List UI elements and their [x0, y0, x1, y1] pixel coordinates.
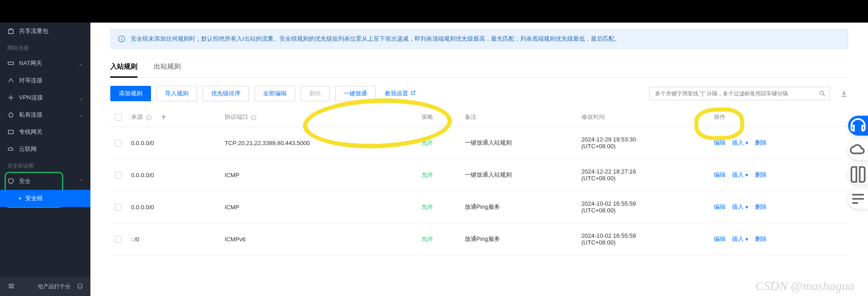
sidebar-item-peering[interactable]: 对等连接	[0, 72, 90, 89]
search-input[interactable]	[653, 87, 819, 100]
sidebar-label: 共享流量包	[19, 27, 48, 35]
caret-down-icon: ▼	[745, 237, 749, 242]
download-icon[interactable]	[840, 89, 848, 98]
table-row: 0.0.0.0/0 ICMP 允许 放通Ping服务 2024-10-02 16…	[110, 191, 848, 223]
sidebar-label: 安全	[19, 177, 31, 185]
cell-remark: 一键放通入站规则	[460, 127, 577, 159]
filter-icon[interactable]	[160, 114, 167, 121]
row-checkbox[interactable]	[115, 236, 122, 243]
svg-point-11	[121, 38, 122, 38]
info-icon[interactable]	[146, 114, 152, 121]
alert-text: 安全组未添加任何规则时，默认拒绝所有入/出站的流量。安全组规则的优先级按列表位置…	[131, 35, 620, 43]
import-rule-button[interactable]: 导入规则	[156, 86, 197, 101]
insert-link[interactable]: 插入▼	[732, 235, 749, 242]
delete-link[interactable]: 删除	[755, 203, 767, 210]
table-row: ::/0 ICMPv6 允许 放通Ping服务 2024-10-02 16:55…	[110, 223, 848, 255]
col-protocol: 协议端口	[220, 108, 417, 127]
caret-down-icon: ▼	[745, 141, 749, 146]
chevron-down-icon: ⌄	[78, 112, 83, 118]
sidebar-group-security: 安全和诊断	[0, 158, 90, 173]
right-dock	[848, 116, 868, 209]
cell-mtime: 2024-12-29 19:53:30(UTC+08:00)	[577, 127, 709, 159]
top-black-bar	[0, 0, 868, 23]
cell-source: ::/0	[127, 223, 220, 255]
edit-link[interactable]: 编辑	[714, 203, 726, 210]
sort-button[interactable]: 优先级排序	[203, 86, 249, 101]
support-button[interactable]	[848, 116, 868, 136]
sidebar-label: NAT网关	[19, 59, 42, 67]
insert-link[interactable]: 插入▼	[732, 171, 749, 178]
col-source: 来源	[127, 108, 220, 127]
teach-me-link[interactable]: 教我设置	[385, 89, 416, 98]
delete-link[interactable]: 删除	[755, 171, 767, 178]
caret-down-icon: ▼	[745, 173, 749, 178]
cell-ops: 编辑 插入▼ 删除	[709, 223, 848, 255]
docs-dock-button[interactable]	[848, 164, 868, 184]
sidebar-item-private[interactable]: 私有连接 ⌄	[0, 106, 90, 123]
sidebar-label: 安全组	[25, 194, 43, 202]
row-checkbox[interactable]	[115, 140, 122, 146]
cell-source: 0.0.0.0/0	[127, 191, 220, 223]
tab-outbound[interactable]: 出站规则	[154, 59, 181, 77]
chevron-down-icon: ⌄	[78, 94, 83, 101]
row-checkbox[interactable]	[115, 172, 122, 179]
svg-line-14	[823, 94, 825, 96]
insert-link[interactable]: 插入▼	[732, 203, 749, 210]
insert-link[interactable]: 插入▼	[732, 139, 749, 146]
svg-rect-1	[8, 62, 14, 64]
external-link-icon	[410, 90, 416, 97]
svg-point-13	[820, 91, 824, 95]
sidebar-label: 云联网	[19, 145, 37, 153]
rating-label: 给产品打个分	[38, 283, 71, 291]
sidebar-label: 私有连接	[19, 111, 42, 119]
edit-link[interactable]: 编辑	[714, 139, 726, 146]
cell-protocol: ICMP	[220, 159, 417, 191]
cell-policy: 允许	[417, 191, 460, 223]
menu-icon	[7, 282, 15, 291]
cell-policy: 允许	[417, 127, 460, 159]
sidebar-item-security[interactable]: 安全 ⌃	[0, 173, 90, 190]
tabs: 入站规则 出站规则	[110, 59, 848, 78]
cell-protocol: ICMPv6	[220, 223, 417, 255]
cell-ops: 编辑 插入▼ 删除	[709, 127, 848, 159]
search-icon[interactable]	[819, 90, 826, 97]
sidebar: 共享流量包 网络连接 NAT网关 ⌄ 对等连接 VPN连接 ⌄ 私有连接 ⌄ 专…	[0, 23, 90, 296]
package-icon	[7, 28, 14, 35]
rating-bar[interactable]: 给产品打个分	[0, 277, 90, 296]
search-box[interactable]	[649, 87, 830, 100]
peering-icon	[7, 77, 14, 84]
table-row: 0.0.0.0/0 ICMP 允许 一键放通入站规则 2024-12-22 18…	[110, 159, 848, 191]
cell-ops: 编辑 插入▼ 删除	[709, 191, 848, 223]
table-row: 0.0.0.0/0 TCP:20,21,22,3389,80,443,5000 …	[110, 127, 848, 159]
tab-inbound[interactable]: 入站规则	[110, 59, 137, 78]
edit-all-button[interactable]: 全部编辑	[255, 86, 295, 101]
cell-remark: 放通Ping服务	[460, 223, 577, 255]
sidebar-item-shared-traffic[interactable]: 共享流量包	[0, 23, 90, 40]
sidebar-item-security-group[interactable]: 安全组	[0, 190, 90, 207]
svg-rect-0	[9, 30, 14, 34]
row-checkbox[interactable]	[115, 204, 122, 211]
sidebar-item-vpn[interactable]: VPN连接 ⌄	[0, 89, 90, 106]
delete-link[interactable]: 删除	[755, 235, 767, 242]
sidebar-item-ccn[interactable]: 云联网	[0, 141, 90, 158]
cell-protocol: ICMP	[220, 191, 417, 223]
one-click-button[interactable]: 一键放通	[335, 86, 376, 101]
col-remark: 备注	[460, 108, 577, 127]
delete-button[interactable]: 删除	[301, 86, 330, 101]
list-dock-button[interactable]	[848, 189, 868, 209]
add-rule-button[interactable]: 添加规则	[110, 86, 151, 101]
sidebar-label: 专线网关	[19, 128, 42, 136]
cell-source: 0.0.0.0/0	[127, 127, 220, 159]
sidebar-item-nat[interactable]: NAT网关 ⌄	[0, 55, 90, 72]
edit-link[interactable]: 编辑	[714, 235, 726, 242]
sidebar-label: 对等连接	[19, 76, 42, 85]
info-icon[interactable]	[250, 114, 257, 121]
delete-link[interactable]: 删除	[755, 139, 767, 146]
edit-link[interactable]: 编辑	[714, 171, 726, 178]
vpn-icon	[7, 94, 14, 101]
cell-mtime: 2024-10-02 16:55:59(UTC+08:00)	[577, 223, 709, 255]
sidebar-item-direct[interactable]: 专线网关	[0, 123, 90, 141]
dot-icon	[19, 197, 21, 199]
cloud-dock-button[interactable]	[848, 140, 868, 160]
select-all-checkbox[interactable]	[115, 114, 122, 121]
